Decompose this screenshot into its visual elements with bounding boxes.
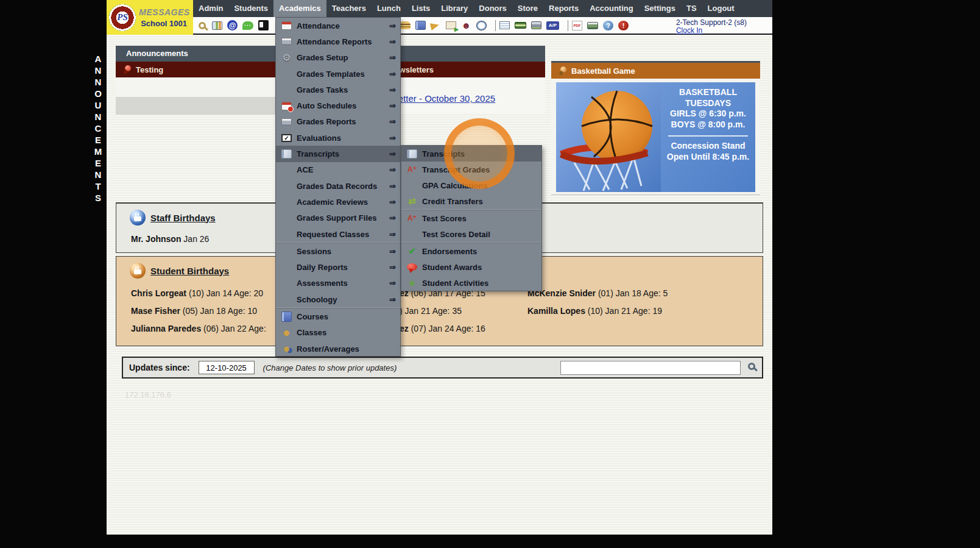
menu-item-label: Grades Setup — [297, 53, 384, 62]
lunch-icon[interactable] — [400, 21, 411, 29]
menu-item-label: Academic Reviews — [297, 197, 384, 207]
courses-icon — [281, 311, 292, 322]
nav-item-library[interactable]: Library — [435, 0, 473, 17]
menu-item-label: Test Scores — [422, 214, 537, 223]
transcripts-submenu-item-student-awards[interactable]: Student Awards — [401, 259, 541, 275]
academics-menu-item-grades-data-records[interactable]: Grades Data Records⇒ — [276, 178, 400, 194]
academics-menu-item-evaluations[interactable]: ✓Evaluations⇒ — [276, 130, 400, 146]
student-birthdays-title[interactable]: Student Birthdays — [150, 266, 229, 276]
nav-item-admin[interactable]: Admin — [193, 0, 228, 17]
staff-icon[interactable]: ☻ — [461, 20, 471, 31]
horn-icon[interactable] — [430, 21, 442, 30]
click-highlight-ring — [444, 118, 515, 189]
submenu-arrow-icon: ⇒ — [389, 230, 396, 239]
print-payment-icon[interactable] — [531, 21, 541, 29]
help-icon[interactable]: ? — [603, 21, 613, 30]
academics-menu-item-academic-reviews[interactable]: Academic Reviews⇒ — [276, 194, 400, 210]
search-icon[interactable] — [748, 363, 755, 370]
academics-menu-item-auto-schedules[interactable]: Auto Schedules⇒ — [276, 98, 400, 113]
transcripts-submenu-item-test-scores-detail[interactable]: Test Scores Detail — [401, 226, 541, 242]
grades-reports-icon — [281, 118, 292, 126]
search-icon[interactable] — [197, 20, 207, 31]
cake-icon — [130, 210, 146, 226]
icon-placeholder — [281, 246, 292, 257]
academics-menu-item-transcripts[interactable]: Transcripts⇒ — [276, 146, 400, 162]
basketball-poster: BASKETBALLTUESDAYSGIRLS @ 6:30 p.m.BOYS … — [556, 82, 755, 192]
poster-line: BASKETBALL — [661, 87, 755, 98]
evaluations-icon: ✓ — [281, 134, 292, 142]
cake-icon — [130, 263, 146, 279]
basketball-header[interactable]: Basketball Game — [551, 63, 760, 79]
nav-item-ts[interactable]: TS — [681, 0, 702, 17]
nav-item-accounting[interactable]: Accounting — [584, 0, 639, 17]
student-awards-icon — [407, 263, 417, 271]
transcripts-submenu-item-credit-transfers[interactable]: ⇄Credit Transfers — [401, 193, 541, 209]
nav-item-reports[interactable]: Reports — [543, 0, 584, 17]
calendar-icon[interactable] — [212, 21, 222, 30]
academics-menu-item-courses[interactable]: Courses — [276, 308, 400, 324]
poster-line: Concession Stand — [661, 141, 755, 152]
academics-menu-item-requested-classes[interactable]: Requested Classes⇒ — [276, 226, 400, 242]
updates-search-input[interactable] — [560, 361, 741, 375]
nav-item-store[interactable]: Store — [512, 0, 543, 17]
icon-placeholder — [281, 213, 292, 223]
submenu-arrow-icon: ⇒ — [389, 279, 396, 288]
nav-item-lists[interactable]: Lists — [406, 0, 435, 17]
announcements-rail-letter: S — [91, 192, 105, 204]
top-nav: AdminStudentsAcademicsTeachersLunchLists… — [193, 0, 772, 17]
send-note-icon[interactable] — [446, 21, 456, 29]
binder-icon[interactable] — [415, 21, 426, 30]
academics-menu-item-grades-setup[interactable]: ⚙Grades Setup⇒ — [276, 50, 400, 66]
menu-item-label: Daily Reports — [297, 263, 384, 272]
academics-menu-item-daily-reports[interactable]: Daily Reports⇒ — [276, 259, 400, 275]
transcripts-submenu-item-endorsements[interactable]: ✔Endorsements — [401, 243, 541, 259]
academics-menu-item-grades-reports[interactable]: Grades Reports⇒ — [276, 114, 400, 130]
nav-item-settings[interactable]: Settings — [639, 0, 681, 17]
nav-item-teachers[interactable]: Teachers — [326, 0, 372, 17]
pdf-icon[interactable]: PDF — [572, 21, 582, 30]
testing-title: Testing — [136, 65, 163, 74]
logo-monogram: PS — [117, 12, 128, 23]
alert-icon[interactable]: ! — [618, 21, 629, 30]
scanner-icon[interactable] — [587, 22, 598, 29]
academics-menu-item-grades-templates[interactable]: Grades Templates⇒ — [276, 66, 400, 82]
academics-menu-item-roster-averages[interactable]: ☻Roster/Averages — [276, 341, 400, 357]
menu-item-label: Auto Schedules — [297, 101, 384, 110]
logo[interactable]: PS MESSAGES School 1001 — [107, 0, 193, 35]
icon-placeholder — [281, 165, 292, 175]
menu-item-label: Grades Templates — [297, 69, 384, 79]
nav-item-lunch[interactable]: Lunch — [372, 0, 406, 17]
announcements-rail-letter: A — [91, 53, 105, 65]
nav-item-donors[interactable]: Donors — [473, 0, 512, 17]
transcripts-submenu-item-student-activities[interactable]: ☻Student Activities — [401, 275, 541, 291]
announcements-rail-letter: M — [91, 146, 105, 157]
mobile-icon[interactable] — [258, 20, 269, 30]
nav-item-academics[interactable]: Academics — [273, 0, 326, 17]
clock-in-link[interactable]: Clock In — [676, 27, 702, 35]
spreadsheet-icon[interactable] — [499, 21, 510, 29]
academics-menu-item-grades-tasks[interactable]: Grades Tasks⇒ — [276, 82, 400, 98]
academics-menu-item-attendance-reports[interactable]: Attendance Reports⇒ — [276, 34, 400, 49]
student-birthdays-column: McKenzie Snider (01) Jan 18 Age: 5Kamill… — [527, 288, 668, 324]
announcements-rail-letter: C — [91, 123, 105, 134]
nav-item-logout[interactable]: Logout — [702, 0, 740, 17]
clock-icon[interactable] — [476, 21, 487, 30]
transcripts-submenu-item-test-scores[interactable]: A⁺Test Scores — [401, 210, 541, 226]
updates-date-input[interactable] — [199, 361, 255, 374]
nav-item-students[interactable]: Students — [228, 0, 273, 17]
academics-menu-item-assessments[interactable]: Assessments⇒ — [276, 276, 400, 291]
academics-menu-item-schoology[interactable]: Schoology⇒ — [276, 291, 400, 307]
payment-icon[interactable] — [515, 22, 526, 29]
student-birthday-entry: Mase Fisher (05) Jan 18 Age: 10 — [131, 306, 266, 324]
email-icon[interactable]: @ — [227, 20, 238, 30]
academics-menu-item-classes[interactable]: ☻Classes — [276, 325, 400, 341]
academics-menu-item-grades-support-files[interactable]: Grades Support Files⇒ — [276, 210, 400, 226]
academics-menu-item-ace[interactable]: ACE⇒ — [276, 162, 400, 178]
chat-icon[interactable]: ··· — [242, 21, 253, 30]
academics-menu-item-attendance[interactable]: Attendance⇒ — [276, 18, 400, 34]
ap-icon[interactable]: A/P — [546, 21, 559, 30]
staff-birthdays-title[interactable]: Staff Birthdays — [150, 213, 216, 223]
student-birthday-entry: McKenzie Snider (01) Jan 18 Age: 5 — [527, 288, 668, 306]
transcript-grades-icon: A⁺ — [407, 165, 417, 175]
academics-menu-item-sessions[interactable]: Sessions⇒ — [276, 243, 400, 259]
